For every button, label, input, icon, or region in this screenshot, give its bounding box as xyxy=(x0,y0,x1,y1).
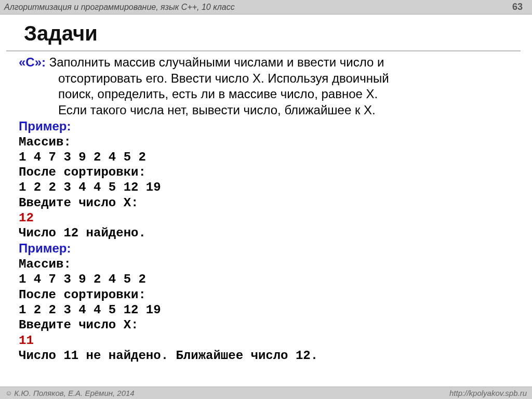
footer-url: http://kpolyakov.spb.ru xyxy=(449,389,527,397)
task-line-2: поиск, определить, есть ли в массиве чис… xyxy=(19,86,513,102)
header-bar: Алгоритмизация и программирование, язык … xyxy=(0,0,532,15)
difficulty-label: «C»: xyxy=(19,55,46,69)
task-line-0: Заполнить массив случайными числами и вв… xyxy=(49,55,384,69)
ex2-array: 1 4 7 3 9 2 4 5 2 xyxy=(19,272,513,287)
ex2-sorted: 1 2 2 3 4 4 5 12 19 xyxy=(19,302,513,317)
ex1-array-label: Массив: xyxy=(19,135,513,150)
slide-body: «C»: Заполнить массив случайными числами… xyxy=(0,51,532,363)
ex1-sorted: 1 2 2 3 4 4 5 12 19 xyxy=(19,180,513,195)
ex1-array: 1 4 7 3 9 2 4 5 2 xyxy=(19,150,513,165)
copyright: ☺ К.Ю. Поляков, Е.А. Ерёмин, 2014 xyxy=(5,389,135,397)
example-label-1: Пример: xyxy=(19,118,513,135)
ex2-prompt: Введите число X: xyxy=(19,317,513,332)
task-line-3: Если такого числа нет, вывести число, бл… xyxy=(19,102,513,118)
copyright-icon: ☺ xyxy=(5,389,12,397)
slide: Алгоритмизация и программирование, язык … xyxy=(0,0,532,399)
ex1-prompt: Введите число X: xyxy=(19,195,513,210)
ex2-sorted-label: После сортировки: xyxy=(19,287,513,302)
ex2-input: 11 xyxy=(19,333,513,348)
course-title: Алгоритмизация и программирование, язык … xyxy=(4,3,235,12)
task-line-1: отсортировать его. Ввести число X. Испол… xyxy=(19,71,513,87)
ex1-result: Число 12 найдено. xyxy=(19,225,513,241)
copyright-text: К.Ю. Поляков, Е.А. Ерёмин, 2014 xyxy=(14,389,134,397)
task-block: «C»: Заполнить массив случайными числами… xyxy=(19,55,513,118)
page-number: 63 xyxy=(512,2,523,12)
slide-title: Задачи xyxy=(6,15,521,51)
footer-bar: ☺ К.Ю. Поляков, Е.А. Ерёмин, 2014 http:/… xyxy=(0,387,532,399)
ex1-input: 12 xyxy=(19,210,513,225)
example-label-2: Пример: xyxy=(19,241,513,257)
ex2-result: Число 11 не найдено. Ближайшее число 12. xyxy=(19,348,513,363)
ex1-sorted-label: После сортировки: xyxy=(19,165,513,180)
ex2-array-label: Массив: xyxy=(19,257,513,272)
